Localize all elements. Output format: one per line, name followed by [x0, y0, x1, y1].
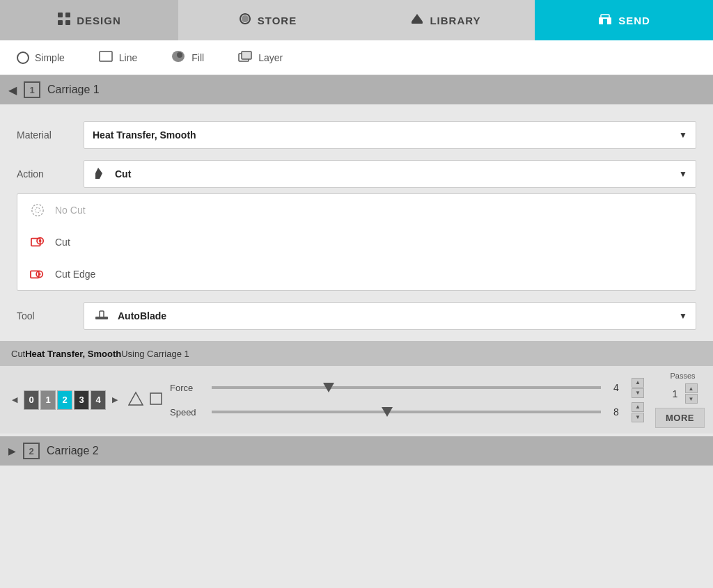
passes-stepper: ▲ ▼	[685, 383, 698, 404]
svg-point-21	[38, 273, 41, 276]
force-speed-section: Force 4 ▲ ▼ Speed	[170, 378, 644, 422]
store-icon	[238, 12, 252, 29]
carriage2-title: Carriage 2	[47, 445, 99, 457]
nav-store[interactable]: STORE	[178, 0, 356, 40]
carriage1-title: Carriage 1	[47, 84, 100, 96]
carriage2-number: 2	[23, 443, 40, 459]
digit-box-1[interactable]: 1	[40, 390, 56, 410]
library-icon	[410, 12, 424, 29]
digit-box-0[interactable]: 0	[24, 390, 39, 410]
action-option-no-cut[interactable]: No Cut	[17, 194, 696, 226]
speed-decrement[interactable]: ▼	[632, 413, 644, 422]
digit-left-arrow[interactable]: ◀	[8, 394, 21, 406]
nav-design-label: DESIGN	[77, 15, 121, 26]
digit-box-2[interactable]: 2	[57, 390, 72, 410]
material-dropdown-arrow: ▼	[679, 130, 687, 140]
material-value: Heat Transfer, Smooth	[93, 129, 679, 141]
digit-right-arrow[interactable]: ▶	[109, 394, 121, 406]
material-dropdown[interactable]: Heat Transfer, Smooth ▼	[84, 121, 696, 149]
cut-icon	[29, 235, 47, 250]
nav-send[interactable]: SEND	[535, 0, 713, 40]
square-icon	[149, 392, 163, 408]
nav-design[interactable]: DESIGN	[0, 0, 178, 40]
carriage1-number: 1	[24, 81, 40, 98]
speed-slider[interactable]	[212, 411, 601, 413]
passes-value: 1	[668, 388, 682, 399]
cut-edge-label: Cut Edge	[55, 269, 95, 280]
svg-point-15	[35, 207, 40, 212]
carriage1-header[interactable]: ◀ 1 Carriage 1	[0, 75, 713, 104]
triangle-icon	[128, 391, 143, 409]
speed-stepper: ▲ ▼	[632, 402, 644, 422]
tab-layer[interactable]: Layer	[232, 47, 288, 67]
tool-value: AutoBlade	[93, 308, 679, 324]
speed-value: 8	[608, 406, 625, 418]
tab-layer-label: Layer	[258, 52, 283, 63]
simple-icon	[17, 51, 29, 64]
svg-rect-1	[65, 13, 70, 17]
main-panel: ◀ 1 Carriage 1 Material Heat Transfer, S…	[0, 75, 713, 588]
action-value: Cut	[93, 166, 679, 182]
passes-section: Passes 1 ▲ ▼	[668, 372, 698, 404]
svg-rect-13	[242, 51, 251, 59]
action-dropdown-menu: No Cut Cut	[17, 193, 696, 291]
speed-increment[interactable]: ▲	[632, 402, 644, 412]
passes-value-row: 1 ▲ ▼	[668, 383, 698, 404]
action-dropdown-arrow: ▼	[679, 169, 687, 179]
force-increment[interactable]: ▲	[632, 378, 644, 388]
force-decrement[interactable]: ▼	[632, 388, 644, 398]
cut-edge-icon	[29, 267, 47, 282]
tool-dropdown-arrow: ▼	[679, 311, 687, 321]
no-cut-label: No Cut	[55, 205, 86, 216]
main-container: DESIGN STORE LIBRARY	[0, 0, 713, 588]
tool-dropdown[interactable]: AutoBlade ▼	[84, 302, 696, 330]
tab-line[interactable]: Line	[93, 47, 143, 67]
force-label: Force	[170, 383, 205, 393]
action-option-cut-edge[interactable]: Cut Edge	[17, 258, 696, 290]
action-row: Action Cut ▼	[0, 154, 713, 193]
digit-box-3[interactable]: 3	[74, 390, 89, 410]
svg-point-18	[39, 239, 42, 242]
more-button[interactable]: MORE	[655, 408, 705, 428]
passes-label: Passes	[670, 372, 695, 381]
digit-box-4[interactable]: 4	[91, 390, 106, 410]
svg-rect-9	[100, 51, 112, 61]
autoblade-icon	[93, 308, 111, 324]
force-slider[interactable]	[212, 386, 601, 389]
svg-rect-16	[31, 239, 40, 246]
action-cut-icon	[93, 166, 108, 182]
fill-icon	[171, 50, 186, 65]
status-prefix: Cut	[11, 349, 25, 359]
tool-label: Tool	[17, 310, 72, 321]
carriage1-collapse-arrow: ◀	[8, 84, 17, 97]
tab-simple[interactable]: Simple	[11, 49, 70, 67]
action-dropdown[interactable]: Cut ▼	[84, 160, 696, 188]
tab-simple-label: Simple	[35, 52, 65, 63]
passes-decrement[interactable]: ▼	[685, 394, 698, 404]
svg-rect-0	[58, 13, 63, 17]
nav-library[interactable]: LIBRARY	[356, 0, 535, 40]
carriage2-header[interactable]: ▶ 2 Carriage 2	[0, 436, 713, 466]
nav-send-label: SEND	[618, 15, 650, 26]
svg-rect-27	[150, 393, 162, 404]
layer-icon	[237, 50, 253, 65]
material-label: Material	[17, 129, 72, 141]
tab-fill-label: Fill	[191, 52, 204, 63]
sub-tabs-bar: Simple Line Fill	[0, 40, 713, 75]
force-stepper: ▲ ▼	[632, 378, 644, 398]
svg-point-14	[32, 205, 43, 216]
status-bar: Cut Heat Transfer, Smooth Using Carriage…	[0, 341, 713, 366]
digit-selector: ◀ 0 1 2 3 4 ▶	[8, 390, 121, 410]
passes-increment[interactable]: ▲	[685, 383, 698, 393]
tab-fill[interactable]: Fill	[165, 47, 210, 67]
carriage2-expand-arrow: ▶	[8, 445, 16, 456]
no-cut-icon	[29, 202, 47, 218]
send-icon	[597, 12, 613, 29]
action-option-cut[interactable]: Cut	[17, 226, 696, 258]
digit-boxes: 0 1 2 3 4	[24, 390, 106, 410]
shape-icons	[128, 391, 163, 409]
action-label: Action	[17, 168, 72, 180]
svg-rect-3	[65, 20, 70, 25]
svg-point-11	[177, 52, 182, 58]
controls-row: ◀ 0 1 2 3 4 ▶	[0, 366, 713, 434]
